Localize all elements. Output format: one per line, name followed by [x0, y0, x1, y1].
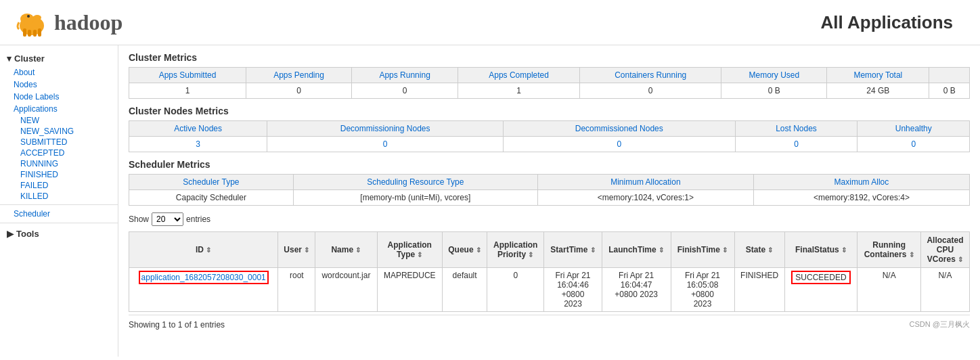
cluster-metrics-table: Apps Submitted Apps Pending Apps Running… — [129, 67, 970, 99]
cluster-arrow-icon: ▾ — [7, 53, 12, 64]
scheduler-metrics-table: Scheduler Type Scheduling Resource Type … — [129, 174, 970, 206]
svg-rect-6 — [38, 28, 41, 37]
table-footer: Showing 1 to 1 of 1 entries CSDN @三月枫火 — [129, 315, 970, 334]
cell-state: FINISHED — [734, 268, 784, 312]
col-launch-time[interactable]: LaunchTime ⇕ — [602, 232, 671, 268]
app-id-link[interactable]: application_1682057208030_0001 — [141, 273, 266, 282]
svg-rect-4 — [28, 30, 31, 37]
entries-select[interactable]: 10 20 25 50 100 — [152, 212, 183, 226]
val-apps-completed: 1 — [458, 83, 580, 99]
col-id[interactable]: ID ⇕ — [129, 232, 278, 268]
col-memory-used: Memory Used — [721, 68, 827, 83]
col-final-status[interactable]: FinalStatus ⇕ — [784, 232, 858, 268]
state-sort-icon: ⇕ — [767, 246, 773, 254]
val-active-nodes: 3 — [129, 137, 267, 152]
val-memory-used: 0 B — [721, 83, 827, 99]
val-decommissioned-nodes: 0 — [504, 137, 736, 152]
cell-launch-time: Fri Apr 2116:04:47+0800 2023 — [602, 268, 671, 312]
cell-finish-time: Fri Apr 2116:05:08+08002023 — [671, 268, 734, 312]
main-content: Cluster Metrics Apps Submitted Apps Pend… — [118, 45, 980, 357]
sidebar-item-new-saving[interactable]: NEW_SAVING — [0, 126, 118, 137]
svg-rect-3 — [23, 28, 26, 37]
sidebar-item-finished[interactable]: FINISHED — [0, 169, 118, 180]
decommissioned-link[interactable]: 0 — [617, 139, 621, 149]
col-start-time[interactable]: StartTime ⇕ — [544, 232, 602, 268]
col-memory-total2 — [929, 68, 970, 83]
val-maximum-alloc: <memory:8192, vCores:4> — [753, 190, 969, 206]
sidebar-item-nodes[interactable]: Nodes — [0, 78, 118, 91]
queue-sort-icon: ⇕ — [476, 246, 481, 254]
col-minimum-allocation: Minimum Allocation — [537, 175, 753, 190]
show-entries-control: Show 10 20 25 50 100 entries — [129, 212, 970, 226]
sidebar-item-accepted[interactable]: ACCEPTED — [0, 148, 118, 158]
name-sort-icon: ⇕ — [355, 246, 361, 254]
col-apps-completed: Apps Completed — [458, 68, 580, 83]
val-unhealthy: 0 — [858, 137, 970, 152]
tools-section-header[interactable]: ▶ Tools — [0, 226, 118, 242]
col-apps-running: Apps Running — [352, 68, 458, 83]
finish-sort-icon: ⇕ — [722, 246, 728, 254]
col-containers-running: Containers Running — [580, 68, 721, 83]
show-label: Show — [129, 215, 149, 224]
sidebar-item-applications[interactable]: Applications — [0, 103, 118, 115]
user-sort-icon: ⇕ — [304, 246, 309, 254]
cell-priority: 0 — [487, 268, 544, 312]
col-finish-time[interactable]: FinishTime ⇕ — [671, 232, 734, 268]
cluster-section: ▾ Cluster About Nodes Node Labels Applic… — [0, 51, 118, 220]
cell-name: wordcount.jar — [315, 268, 377, 312]
val-apps-submitted: 1 — [129, 83, 246, 99]
layout: ▾ Cluster About Nodes Node Labels Applic… — [0, 45, 980, 357]
col-unhealthy: Unhealthy — [858, 121, 970, 137]
col-lost-nodes: Lost Nodes — [735, 121, 858, 137]
priority-sort-icon: ⇕ — [528, 251, 533, 258]
logo-text: hadoop — [54, 10, 122, 35]
cell-start-time: Fri Apr 2116:04:46+08002023 — [544, 268, 602, 312]
header: hadoop All Applications — [0, 0, 980, 45]
col-maximum-alloc: Maximum Alloc — [753, 175, 969, 190]
final-sort-icon: ⇕ — [841, 246, 847, 254]
col-application-type[interactable]: ApplicationType ⇕ — [377, 232, 442, 268]
sidebar-item-node-labels[interactable]: Node Labels — [0, 91, 118, 103]
svg-point-8 — [27, 15, 30, 18]
cell-final-status: SUCCEEDED — [784, 268, 858, 312]
val-minimum-allocation: <memory:1024, vCores:1> — [537, 190, 753, 206]
col-running-containers[interactable]: RunningContainers ⇕ — [858, 232, 920, 268]
sidebar-item-killed[interactable]: KILLED — [0, 191, 118, 202]
final-status-box: SUCCEEDED — [791, 271, 850, 284]
containers-sort-icon: ⇕ — [909, 251, 914, 258]
cell-user: root — [278, 268, 315, 312]
lost-nodes-link[interactable]: 0 — [794, 139, 799, 149]
active-nodes-link[interactable]: 3 — [196, 139, 200, 149]
sidebar-item-running[interactable]: RUNNING — [0, 158, 118, 169]
col-decommissioned-nodes: Decommissioned Nodes — [504, 121, 736, 137]
cluster-nodes-metrics-table: Active Nodes Decommissioning Nodes Decom… — [129, 120, 970, 152]
cell-id: application_1682057208030_0001 — [129, 268, 278, 312]
entries-label: entries — [186, 215, 210, 224]
sidebar-divider-1 — [0, 204, 118, 205]
col-state[interactable]: State ⇕ — [734, 232, 784, 268]
applications-table: ID ⇕ User ⇕ Name ⇕ ApplicationType ⇕ Que… — [129, 231, 970, 312]
cluster-section-header[interactable]: ▾ Cluster — [0, 51, 118, 66]
sidebar: ▾ Cluster About Nodes Node Labels Applic… — [0, 45, 118, 357]
hadoop-elephant-icon — [14, 5, 51, 39]
sidebar-item-failed[interactable]: FAILED — [0, 180, 118, 191]
logo-area: hadoop — [14, 5, 122, 39]
sidebar-item-about[interactable]: About — [0, 66, 118, 78]
sidebar-item-scheduler[interactable]: Scheduler — [0, 208, 118, 220]
cell-running-containers: N/A — [858, 268, 920, 312]
val-decommissioning-nodes: 0 — [267, 137, 504, 152]
decommissioning-link[interactable]: 0 — [383, 139, 388, 149]
tools-arrow-icon: ▶ — [7, 229, 14, 239]
col-user[interactable]: User ⇕ — [278, 232, 315, 268]
col-name[interactable]: Name ⇕ — [315, 232, 377, 268]
sidebar-item-submitted[interactable]: SUBMITTED — [0, 137, 118, 148]
col-apps-submitted: Apps Submitted — [129, 68, 246, 83]
col-scheduling-resource-type: Scheduling Resource Type — [293, 175, 537, 190]
cluster-label: Cluster — [14, 53, 45, 64]
sidebar-item-new[interactable]: NEW — [0, 115, 118, 126]
col-allocated-cpu[interactable]: AllocatedCPUVCores ⇕ — [920, 232, 969, 268]
unhealthy-link[interactable]: 0 — [911, 139, 916, 149]
col-queue[interactable]: Queue ⇕ — [442, 232, 487, 268]
col-application-priority[interactable]: ApplicationPriority ⇕ — [487, 232, 544, 268]
val-lost-nodes: 0 — [735, 137, 858, 152]
